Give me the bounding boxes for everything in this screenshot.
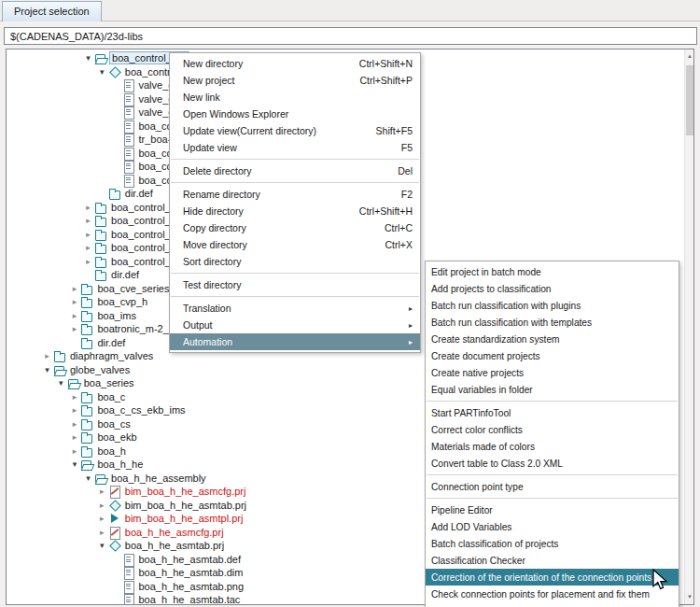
- expand-arrow-icon[interactable]: ▸: [68, 282, 80, 296]
- expand-arrow-icon[interactable]: ▸: [96, 485, 108, 499]
- menu-item-label: Translation: [183, 303, 231, 314]
- menu-item[interactable]: Materials made of colors: [426, 438, 679, 455]
- tab-project-selection[interactable]: Project selection: [2, 1, 102, 21]
- menu-item[interactable]: Sort directory: [170, 253, 420, 270]
- collapse-arrow-icon[interactable]: ▾: [82, 51, 94, 65]
- menu-item-label: Batch run classification with templates: [431, 318, 592, 328]
- menu-item[interactable]: New link: [170, 89, 420, 106]
- folder-open-icon: [94, 52, 106, 64]
- menu-separator: [171, 182, 419, 183]
- menu-separator: [427, 474, 678, 475]
- menu-item[interactable]: Create native projects: [426, 364, 679, 381]
- tree-item-label: boa_h_he_asmtab.tac: [137, 594, 243, 605]
- menu-separator: [427, 498, 678, 499]
- menu-item[interactable]: Automation▸: [170, 333, 420, 350]
- menu-item[interactable]: Batch classification of projects: [426, 535, 679, 552]
- expand-arrow-icon[interactable]: ▸: [82, 214, 94, 228]
- tree-item-label: boa_c_cs_ekb_ims: [95, 404, 187, 416]
- menu-item[interactable]: New directoryCtrl+Shift+N: [170, 55, 420, 72]
- menu-item[interactable]: Delete directoryDel: [170, 162, 420, 179]
- folder-icon: [80, 296, 92, 307]
- expand-arrow-icon[interactable]: ▸: [82, 241, 94, 255]
- menu-shortcut: Ctrl+Shift+N: [359, 58, 413, 69]
- expand-arrow-icon[interactable]: ▸: [96, 499, 108, 513]
- menu-item-label: Batch run classification with plugins: [431, 301, 581, 311]
- folder-icon: [80, 337, 92, 348]
- tree-item-label: bim_boa_h_he_asmcfg.prj: [123, 486, 248, 497]
- mouse-cursor-icon: [652, 569, 669, 597]
- scrollbar-thumb[interactable]: [686, 65, 693, 135]
- menu-item[interactable]: Update viewF5: [170, 139, 420, 156]
- menu-item[interactable]: Translation▸: [170, 300, 420, 317]
- menu-item[interactable]: Equal variables in folder: [426, 381, 679, 398]
- menu-item-label: Materials made of colors: [431, 442, 535, 452]
- menu-item[interactable]: Pipeline Editor: [426, 501, 679, 518]
- tree-item-label: boa_cve_series: [95, 283, 171, 294]
- expand-arrow-icon[interactable]: ▸: [41, 349, 53, 363]
- expand-arrow-icon[interactable]: ▸: [68, 431, 80, 445]
- menu-item[interactable]: Edit project in batch mode: [426, 263, 679, 280]
- menu-item[interactable]: Start PARTinfoTool: [426, 404, 679, 421]
- expand-arrow-icon[interactable]: ▸: [68, 445, 80, 459]
- menu-item[interactable]: Rename directoryF2: [170, 186, 420, 203]
- menu-shortcut: Del: [398, 165, 413, 176]
- collapse-arrow-icon[interactable]: ▾: [96, 65, 108, 79]
- scrollbar[interactable]: ▲ ▼: [684, 49, 693, 604]
- doc-icon: [122, 554, 134, 565]
- menu-separator: [171, 159, 419, 160]
- menu-item[interactable]: Add LOD Variables: [426, 518, 679, 535]
- doc-icon: [122, 106, 134, 118]
- menu-item-label: Add projects to classification: [431, 284, 552, 294]
- menu-item[interactable]: Copy directoryCtrl+C: [170, 219, 420, 236]
- menu-item[interactable]: Test directory: [170, 276, 420, 293]
- collapse-arrow-icon[interactable]: ▾: [82, 472, 94, 486]
- menu-item[interactable]: Add projects to classification: [426, 280, 679, 297]
- menu-item-label: Rename directory: [183, 189, 260, 200]
- folder-icon: [94, 256, 106, 267]
- menu-item[interactable]: Connection point type: [426, 478, 679, 495]
- collapse-arrow-icon[interactable]: ▾: [96, 539, 108, 553]
- menu-item[interactable]: Move directoryCtrl+X: [170, 236, 420, 253]
- expand-arrow-icon[interactable]: ▸: [68, 295, 80, 309]
- menu-item[interactable]: Correct color conflicts: [426, 421, 679, 438]
- menu-item-label: Correction of the orientation of the con…: [431, 572, 651, 583]
- expand-arrow-icon[interactable]: ▸: [82, 228, 94, 242]
- menu-item[interactable]: Batch run classification with templates: [426, 314, 679, 331]
- tree-item-label: bim_boa_h_he_asmtab.prj: [123, 500, 248, 511]
- expand-arrow-icon[interactable]: ▸: [82, 255, 94, 269]
- collapse-arrow-icon[interactable]: ▾: [55, 376, 67, 390]
- menu-separator: [427, 401, 678, 402]
- expand-arrow-icon[interactable]: ▸: [68, 309, 80, 323]
- menu-item[interactable]: Open Windows Explorer: [170, 106, 420, 122]
- path-input[interactable]: [4, 27, 697, 45]
- menu-item[interactable]: Create document projects: [426, 347, 679, 364]
- menu-item[interactable]: Output▸: [170, 317, 420, 333]
- folder-open-icon: [67, 377, 79, 388]
- menu-item-label: Automation: [183, 336, 232, 347]
- collapse-arrow-icon[interactable]: ▾: [41, 363, 53, 377]
- expand-arrow-icon[interactable]: ▸: [68, 390, 80, 404]
- menu-item-label: Create standardization system: [431, 334, 560, 345]
- menu-item-label: Convert table to Class 2.0 XML: [431, 459, 563, 469]
- scroll-down-icon[interactable]: ▼: [685, 590, 694, 604]
- expand-arrow-icon[interactable]: ▸: [96, 526, 108, 540]
- expand-arrow-icon[interactable]: ▸: [68, 417, 80, 431]
- menu-item[interactable]: Update view(Current directory)Shift+F5: [170, 122, 420, 139]
- tree-item-label: boa_h_he_assembly: [109, 473, 208, 484]
- scroll-up-icon[interactable]: ▲: [685, 49, 694, 64]
- menu-item-label: Update view: [183, 142, 237, 153]
- menu-item[interactable]: Set End Of Life handling: [426, 602, 679, 607]
- collapse-arrow-icon[interactable]: ▾: [68, 458, 80, 472]
- menu-item[interactable]: Hide directoryCtrl+Shift+H: [170, 203, 420, 219]
- expand-arrow-icon[interactable]: ▸: [96, 512, 108, 526]
- menu-item[interactable]: Create standardization system: [426, 331, 679, 347]
- expand-arrow-icon[interactable]: ▸: [68, 322, 80, 336]
- menu-item[interactable]: Correction of the orientation of the con…: [426, 569, 679, 586]
- menu-item[interactable]: Classification Checker: [426, 552, 679, 569]
- menu-item[interactable]: New projectCtrl+Shift+P: [170, 72, 420, 89]
- menu-item[interactable]: Convert table to Class 2.0 XML: [426, 455, 679, 472]
- expand-arrow-icon[interactable]: ▸: [68, 403, 80, 417]
- expand-arrow-icon[interactable]: ▸: [82, 201, 94, 215]
- menu-item[interactable]: Batch run classification with plugins: [426, 297, 679, 314]
- menu-item[interactable]: Check connection points for placement an…: [426, 586, 679, 602]
